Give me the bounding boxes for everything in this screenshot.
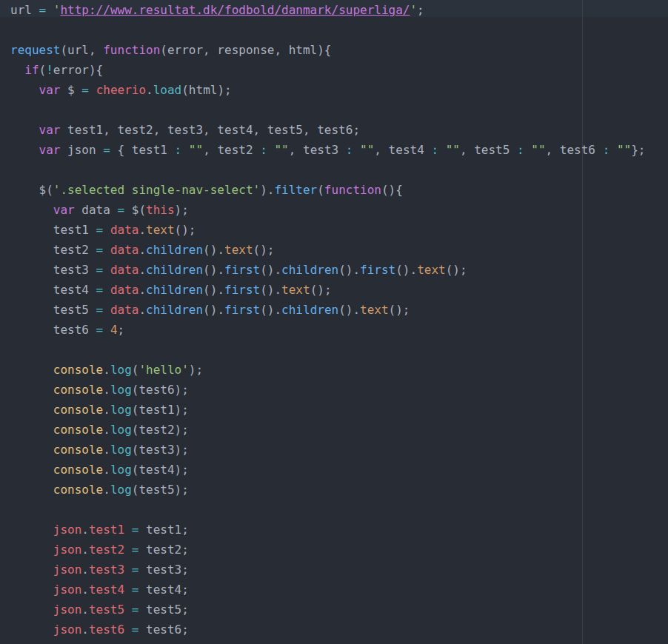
code-token: $ <box>60 83 81 97</box>
code-token: children <box>281 303 338 317</box>
code-token: json <box>53 603 82 617</box>
code-line-16[interactable]: test5 = data.children().first().children… <box>0 300 668 320</box>
code-token: log <box>110 443 132 457</box>
code-token: (). <box>338 303 360 317</box>
code-token <box>124 583 132 597</box>
code-token: $( <box>124 203 146 217</box>
code-token: "" <box>360 143 374 157</box>
code-line-30[interactable]: json.test4 = test4; <box>0 580 668 600</box>
code-line-11[interactable]: var data = $(this); <box>0 200 668 220</box>
code-line-7[interactable]: var test1, test2, test3, test4, test5, t… <box>0 120 668 140</box>
code-token <box>10 523 53 537</box>
code-token: . <box>138 303 146 317</box>
code-token: children <box>146 303 203 317</box>
code-token: (test3); <box>132 443 189 457</box>
code-line-23[interactable]: console.log(test3); <box>0 440 668 460</box>
code-token: , test5 <box>460 143 517 157</box>
code-token: (). <box>203 283 224 297</box>
code-token: 'hello' <box>138 363 188 377</box>
code-token: var <box>39 83 61 97</box>
code-token: test4 <box>89 583 124 597</box>
code-line-2[interactable] <box>0 20 668 40</box>
code-token: . <box>81 523 89 537</box>
code-line-18[interactable] <box>0 340 668 360</box>
code-token: = <box>39 3 47 17</box>
code-line-20[interactable]: console.log(test6); <box>0 380 668 400</box>
code-line-21[interactable]: console.log(test1); <box>0 400 668 420</box>
code-token <box>10 563 53 577</box>
code-token: first <box>224 263 260 277</box>
code-token: : <box>346 143 353 157</box>
code-token: (test2); <box>132 423 189 437</box>
code-line-13[interactable]: test2 = data.children().text(); <box>0 240 668 260</box>
code-token: filter <box>274 183 317 197</box>
code-token: first <box>224 303 260 317</box>
code-token <box>524 143 532 157</box>
code-token <box>103 283 110 297</box>
code-token: . <box>138 243 146 257</box>
code-token <box>10 63 24 77</box>
code-line-26[interactable] <box>0 500 668 520</box>
code-token: data <box>110 263 139 277</box>
code-token: url <box>10 3 39 17</box>
code-token: console <box>53 363 103 377</box>
code-token: function <box>103 43 160 57</box>
code-line-3[interactable]: request(url, function(error, response, h… <box>0 40 668 60</box>
code-token <box>10 583 53 597</box>
code-token: . <box>81 563 89 577</box>
code-area[interactable]: url = 'http://www.resultat.dk/fodbold/da… <box>0 0 668 640</box>
code-token: = <box>96 223 104 237</box>
code-token <box>10 123 39 137</box>
code-token: var <box>53 203 75 217</box>
code-token: test2 <box>10 243 96 257</box>
code-token: (). <box>260 283 281 297</box>
code-token: . <box>103 443 110 457</box>
code-token: text <box>224 243 253 257</box>
code-line-1[interactable]: url = 'http://www.resultat.dk/fodbold/da… <box>0 0 668 20</box>
code-token <box>10 143 39 157</box>
code-line-27[interactable]: json.test1 = test1; <box>0 520 668 540</box>
code-token: : <box>517 143 524 157</box>
code-token: (); <box>446 263 467 277</box>
code-token: log <box>110 483 132 497</box>
code-token: "" <box>531 143 545 157</box>
code-editor[interactable]: url = 'http://www.resultat.dk/fodbold/da… <box>0 0 668 644</box>
code-line-12[interactable]: test1 = data.text(); <box>0 220 668 240</box>
code-line-31[interactable]: json.test5 = test5; <box>0 600 668 620</box>
code-token: = <box>96 303 104 317</box>
code-token: console <box>53 443 103 457</box>
code-line-19[interactable]: console.log('hello'); <box>0 360 668 380</box>
code-line-8[interactable]: var json = { test1 : "", test2 : "", tes… <box>0 140 668 160</box>
code-line-29[interactable]: json.test3 = test3; <box>0 560 668 580</box>
code-line-28[interactable]: json.test2 = test2; <box>0 540 668 560</box>
code-token: : <box>431 143 438 157</box>
code-token: (). <box>260 303 281 317</box>
code-token: (test5); <box>132 483 189 497</box>
code-token: request <box>10 43 60 57</box>
code-token <box>103 323 110 337</box>
code-line-32[interactable]: json.test6 = test6; <box>0 620 668 640</box>
code-line-25[interactable]: console.log(test5); <box>0 480 668 500</box>
code-line-17[interactable]: test6 = 4; <box>0 320 668 340</box>
code-token: . <box>81 623 89 637</box>
code-token: text <box>360 303 389 317</box>
code-line-15[interactable]: test4 = data.children().first().text(); <box>0 280 668 300</box>
code-token: json <box>53 523 82 537</box>
code-line-9[interactable] <box>0 160 668 180</box>
code-token: ); <box>175 203 189 217</box>
code-token: = <box>132 603 139 617</box>
code-token: 4 <box>110 323 118 337</box>
code-line-4[interactable]: if(!error){ <box>0 60 668 80</box>
code-line-6[interactable] <box>0 100 668 120</box>
code-line-10[interactable]: $('.selected single-nav-select').filter(… <box>0 180 668 200</box>
code-line-5[interactable]: var $ = cheerio.load(html); <box>0 80 668 100</box>
code-token <box>10 383 53 397</box>
code-token <box>438 143 446 157</box>
code-token: children <box>146 263 203 277</box>
code-line-22[interactable]: console.log(test2); <box>0 420 668 440</box>
code-token: var <box>39 143 61 157</box>
code-token: (test6); <box>132 383 189 397</box>
code-token: . <box>81 603 89 617</box>
code-line-14[interactable]: test3 = data.children().first().children… <box>0 260 668 280</box>
code-line-24[interactable]: console.log(test4); <box>0 460 668 480</box>
